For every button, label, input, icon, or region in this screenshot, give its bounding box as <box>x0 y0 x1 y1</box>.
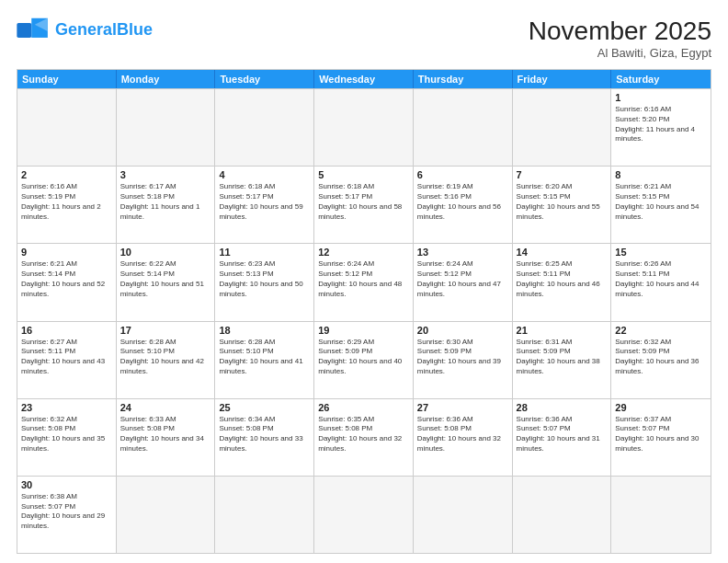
calendar-cell-r1-c6 <box>513 89 612 166</box>
cell-info: Sunrise: 6:29 AM Sunset: 5:09 PM Dayligh… <box>318 338 409 377</box>
calendar-cell-r5-c3: 25Sunrise: 6:34 AM Sunset: 5:08 PM Dayli… <box>215 399 314 476</box>
header-wednesday: Wednesday <box>314 70 414 88</box>
day-number: 14 <box>517 247 608 258</box>
cell-info: Sunrise: 6:28 AM Sunset: 5:10 PM Dayligh… <box>219 338 310 377</box>
header-friday: Friday <box>513 70 612 88</box>
calendar-cell-r5-c7: 29Sunrise: 6:37 AM Sunset: 5:07 PM Dayli… <box>611 399 711 476</box>
calendar-cell-r6-c6 <box>513 477 612 553</box>
cell-info: Sunrise: 6:16 AM Sunset: 5:20 PM Dayligh… <box>615 105 707 144</box>
day-number: 17 <box>120 325 211 336</box>
calendar-cell-r6-c7 <box>611 477 711 553</box>
cell-info: Sunrise: 6:23 AM Sunset: 5:13 PM Dayligh… <box>219 259 310 299</box>
calendar-cell-r6-c3 <box>215 477 314 553</box>
calendar-cell-r1-c2 <box>117 89 216 166</box>
day-number: 11 <box>219 247 310 258</box>
cell-info: Sunrise: 6:31 AM Sunset: 5:09 PM Dayligh… <box>517 338 608 377</box>
day-number: 30 <box>21 479 112 490</box>
calendar-cell-r4-c7: 22Sunrise: 6:32 AM Sunset: 5:09 PM Dayli… <box>611 322 711 398</box>
day-number: 28 <box>517 402 608 413</box>
title-block: November 2025 Al Bawiti, Giza, Egypt <box>529 17 711 60</box>
day-number: 23 <box>21 402 112 413</box>
calendar-cell-r6-c5 <box>414 477 513 553</box>
cell-info: Sunrise: 6:19 AM Sunset: 5:16 PM Dayligh… <box>417 182 508 222</box>
cell-info: Sunrise: 6:38 AM Sunset: 5:07 PM Dayligh… <box>21 492 112 532</box>
calendar-row-2: 2Sunrise: 6:16 AM Sunset: 5:19 PM Daylig… <box>17 166 711 243</box>
day-number: 15 <box>615 247 707 258</box>
calendar: Sunday Monday Tuesday Wednesday Thursday… <box>17 69 711 554</box>
day-number: 1 <box>615 92 707 103</box>
day-number: 2 <box>21 169 112 180</box>
calendar-cell-r4-c6: 21Sunrise: 6:31 AM Sunset: 5:09 PM Dayli… <box>513 322 612 398</box>
cell-info: Sunrise: 6:33 AM Sunset: 5:08 PM Dayligh… <box>120 415 211 454</box>
calendar-cell-r5-c2: 24Sunrise: 6:33 AM Sunset: 5:08 PM Dayli… <box>117 399 216 476</box>
cell-info: Sunrise: 6:21 AM Sunset: 5:15 PM Dayligh… <box>615 182 707 222</box>
page: GeneralBlue November 2025 Al Bawiti, Giz… <box>0 0 728 563</box>
calendar-cell-r6-c2 <box>117 477 216 553</box>
logo: GeneralBlue <box>17 17 153 44</box>
day-number: 24 <box>120 402 211 413</box>
calendar-cell-r5-c4: 26Sunrise: 6:35 AM Sunset: 5:08 PM Dayli… <box>314 399 414 476</box>
cell-info: Sunrise: 6:24 AM Sunset: 5:12 PM Dayligh… <box>318 259 409 299</box>
cell-info: Sunrise: 6:27 AM Sunset: 5:11 PM Dayligh… <box>21 338 112 377</box>
month-title: November 2025 <box>529 17 711 46</box>
calendar-cell-r3-c5: 13Sunrise: 6:24 AM Sunset: 5:12 PM Dayli… <box>414 244 513 320</box>
day-number: 18 <box>219 325 310 336</box>
calendar-cell-r2-c3: 4Sunrise: 6:18 AM Sunset: 5:17 PM Daylig… <box>215 167 314 243</box>
cell-info: Sunrise: 6:36 AM Sunset: 5:08 PM Dayligh… <box>417 415 508 454</box>
day-number: 22 <box>615 325 707 336</box>
cell-info: Sunrise: 6:26 AM Sunset: 5:11 PM Dayligh… <box>615 259 707 299</box>
calendar-cell-r3-c6: 14Sunrise: 6:25 AM Sunset: 5:11 PM Dayli… <box>513 244 612 320</box>
calendar-cell-r2-c2: 3Sunrise: 6:17 AM Sunset: 5:18 PM Daylig… <box>117 167 216 243</box>
calendar-cell-r3-c1: 9Sunrise: 6:21 AM Sunset: 5:14 PM Daylig… <box>17 244 117 320</box>
calendar-row-1: 1Sunrise: 6:16 AM Sunset: 5:20 PM Daylig… <box>17 88 711 166</box>
location: Al Bawiti, Giza, Egypt <box>529 46 711 60</box>
cell-info: Sunrise: 6:36 AM Sunset: 5:07 PM Dayligh… <box>517 415 608 454</box>
calendar-cell-r3-c7: 15Sunrise: 6:26 AM Sunset: 5:11 PM Dayli… <box>611 244 711 320</box>
day-number: 4 <box>219 169 310 180</box>
header-monday: Monday <box>117 70 216 88</box>
calendar-cell-r4-c3: 18Sunrise: 6:28 AM Sunset: 5:10 PM Dayli… <box>215 322 314 398</box>
cell-info: Sunrise: 6:30 AM Sunset: 5:09 PM Dayligh… <box>417 338 508 377</box>
calendar-cell-r4-c2: 17Sunrise: 6:28 AM Sunset: 5:10 PM Dayli… <box>117 322 216 398</box>
calendar-row-4: 16Sunrise: 6:27 AM Sunset: 5:11 PM Dayli… <box>17 321 711 398</box>
calendar-cell-r4-c1: 16Sunrise: 6:27 AM Sunset: 5:11 PM Dayli… <box>17 322 117 398</box>
cell-info: Sunrise: 6:18 AM Sunset: 5:17 PM Dayligh… <box>219 182 310 222</box>
calendar-cell-r1-c3 <box>215 89 314 166</box>
calendar-cell-r5-c1: 23Sunrise: 6:32 AM Sunset: 5:08 PM Dayli… <box>17 399 117 476</box>
calendar-body: 1Sunrise: 6:16 AM Sunset: 5:20 PM Daylig… <box>17 88 711 553</box>
svg-rect-0 <box>17 23 31 38</box>
calendar-cell-r3-c3: 11Sunrise: 6:23 AM Sunset: 5:13 PM Dayli… <box>215 244 314 320</box>
calendar-cell-r4-c4: 19Sunrise: 6:29 AM Sunset: 5:09 PM Dayli… <box>314 322 414 398</box>
calendar-cell-r1-c4 <box>314 89 414 166</box>
day-number: 5 <box>318 169 409 180</box>
day-number: 10 <box>120 247 211 258</box>
day-number: 29 <box>615 402 707 413</box>
cell-info: Sunrise: 6:32 AM Sunset: 5:08 PM Dayligh… <box>21 415 112 454</box>
calendar-cell-r1-c5 <box>414 89 513 166</box>
cell-info: Sunrise: 6:28 AM Sunset: 5:10 PM Dayligh… <box>120 338 211 377</box>
cell-info: Sunrise: 6:20 AM Sunset: 5:15 PM Dayligh… <box>517 182 608 222</box>
cell-info: Sunrise: 6:16 AM Sunset: 5:19 PM Dayligh… <box>21 182 112 222</box>
day-number: 7 <box>517 169 608 180</box>
cell-info: Sunrise: 6:22 AM Sunset: 5:14 PM Dayligh… <box>120 259 211 299</box>
calendar-row-6: 30Sunrise: 6:38 AM Sunset: 5:07 PM Dayli… <box>17 476 711 553</box>
calendar-cell-r2-c5: 6Sunrise: 6:19 AM Sunset: 5:16 PM Daylig… <box>414 167 513 243</box>
calendar-cell-r6-c1: 30Sunrise: 6:38 AM Sunset: 5:07 PM Dayli… <box>17 477 117 553</box>
calendar-cell-r4-c5: 20Sunrise: 6:30 AM Sunset: 5:09 PM Dayli… <box>414 322 513 398</box>
calendar-cell-r5-c6: 28Sunrise: 6:36 AM Sunset: 5:07 PM Dayli… <box>513 399 612 476</box>
day-number: 6 <box>417 169 508 180</box>
calendar-cell-r2-c1: 2Sunrise: 6:16 AM Sunset: 5:19 PM Daylig… <box>17 167 117 243</box>
calendar-cell-r2-c6: 7Sunrise: 6:20 AM Sunset: 5:15 PM Daylig… <box>513 167 612 243</box>
cell-info: Sunrise: 6:21 AM Sunset: 5:14 PM Dayligh… <box>21 259 112 299</box>
calendar-row-3: 9Sunrise: 6:21 AM Sunset: 5:14 PM Daylig… <box>17 243 711 320</box>
day-number: 19 <box>318 325 409 336</box>
calendar-row-5: 23Sunrise: 6:32 AM Sunset: 5:08 PM Dayli… <box>17 398 711 476</box>
day-number: 13 <box>417 247 508 258</box>
cell-info: Sunrise: 6:25 AM Sunset: 5:11 PM Dayligh… <box>517 259 608 299</box>
day-number: 9 <box>21 247 112 258</box>
cell-info: Sunrise: 6:32 AM Sunset: 5:09 PM Dayligh… <box>615 338 707 377</box>
logo-text: GeneralBlue <box>55 21 153 40</box>
calendar-cell-r6-c4 <box>314 477 414 553</box>
calendar-cell-r2-c7: 8Sunrise: 6:21 AM Sunset: 5:15 PM Daylig… <box>611 167 711 243</box>
day-number: 25 <box>219 402 310 413</box>
